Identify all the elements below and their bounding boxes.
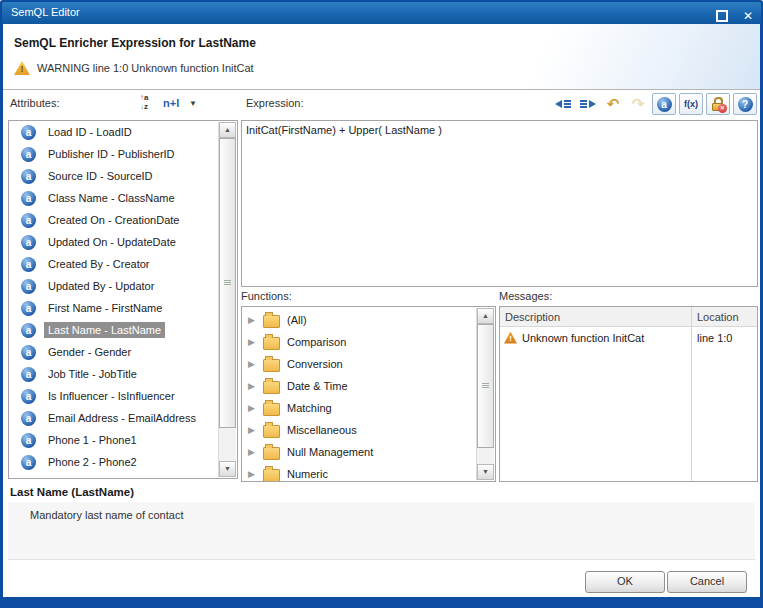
scroll-down-icon[interactable]: ▼ xyxy=(219,461,236,477)
expand-caret-icon[interactable]: ▶ xyxy=(248,337,256,347)
attribute-item[interactable]: aClass Name - ClassName xyxy=(9,187,237,209)
folder-icon xyxy=(263,425,280,438)
attribute-icon: a xyxy=(21,455,36,470)
function-category-label: (All) xyxy=(287,314,307,326)
cancel-button[interactable]: Cancel xyxy=(667,571,747,593)
attribute-item[interactable]: aUpdated By - Updator xyxy=(9,275,237,297)
insert-attribute-button[interactable]: a xyxy=(652,93,676,115)
attribute-item[interactable]: aPhone 1 - Phone1 xyxy=(9,429,237,451)
attributes-menu-dropdown-icon[interactable]: ▼ xyxy=(189,99,197,108)
attribute-item[interactable]: aFirst Name - FirstName xyxy=(9,297,237,319)
error-badge-icon: ✕ xyxy=(718,104,727,113)
scroll-down-icon[interactable]: ▼ xyxy=(477,464,494,480)
attribute-icon: a xyxy=(21,235,36,250)
messages-table: Description Location !Unknown function I… xyxy=(499,306,758,482)
column-header-location[interactable]: Location xyxy=(692,311,757,323)
attributes-scrollbar[interactable]: ▲ ▼ xyxy=(218,122,236,477)
expand-caret-icon[interactable]: ▶ xyxy=(248,447,256,457)
name-label-toggle[interactable]: n+l xyxy=(163,97,179,109)
expression-editor[interactable]: InitCat(FirstName) + Upper( LastName ) xyxy=(241,120,758,287)
dialog-body: SemQL Enricher Expression for LastName !… xyxy=(3,24,760,597)
attribute-icon: a xyxy=(21,411,36,426)
attribute-detail-title: Last Name (LastName) xyxy=(10,486,134,498)
folder-icon xyxy=(263,337,280,350)
indent-button[interactable] xyxy=(577,94,599,114)
warning-icon: ! xyxy=(14,61,30,75)
scroll-up-icon[interactable]: ▲ xyxy=(219,122,236,138)
expand-caret-icon[interactable]: ▶ xyxy=(248,425,256,435)
attribute-item[interactable]: aGender - Gender xyxy=(9,341,237,363)
attribute-description-text: Mandatory last name of contact xyxy=(8,502,755,521)
scrollbar-thumb[interactable] xyxy=(477,324,494,448)
attribute-item[interactable]: aPhone 2 - Phone2 xyxy=(9,451,237,473)
attribute-icon: a xyxy=(21,323,36,338)
sort-alphabetical-icon[interactable]: ↑a ↓z xyxy=(140,93,156,111)
folder-icon xyxy=(263,403,280,416)
attribute-icon: a xyxy=(21,257,36,272)
redo-button[interactable]: ↷ xyxy=(627,94,649,114)
function-category-item[interactable]: ▶Null Management xyxy=(242,441,495,463)
ok-button[interactable]: OK xyxy=(585,571,665,593)
function-category-item[interactable]: ▶Numeric xyxy=(242,463,495,482)
function-category-label: Conversion xyxy=(287,358,343,370)
attribute-item[interactable]: aCreated By - Creator xyxy=(9,253,237,275)
function-category-item[interactable]: ▶Date & Time xyxy=(242,375,495,397)
attribute-item[interactable]: aJob Title - JobTitle xyxy=(9,363,237,385)
expand-caret-icon[interactable]: ▶ xyxy=(248,359,256,369)
expand-caret-icon[interactable]: ▶ xyxy=(248,469,256,479)
attribute-item-label: Updated On - UpdateDate xyxy=(44,234,180,250)
attribute-item-label: Last Name - LastName xyxy=(44,322,165,338)
indent-icon xyxy=(579,98,597,110)
validate-expression-button[interactable]: ✕ xyxy=(706,93,730,115)
function-category-item[interactable]: ▶(All) xyxy=(242,309,495,331)
function-category-item[interactable]: ▶Miscellaneous xyxy=(242,419,495,441)
outdent-button[interactable] xyxy=(552,94,574,114)
maximize-button[interactable] xyxy=(711,6,733,26)
attributes-label: Attributes: xyxy=(10,97,60,109)
expand-caret-icon[interactable]: ▶ xyxy=(248,315,256,325)
attribute-item[interactable]: aCreated On - CreationDate xyxy=(9,209,237,231)
column-header-description[interactable]: Description xyxy=(500,311,692,323)
attribute-item[interactable]: aUpdated On - UpdateDate xyxy=(9,231,237,253)
message-description: Unknown function InitCat xyxy=(522,332,644,344)
warning-text: WARNING line 1:0 Unknown function InitCa… xyxy=(37,62,254,74)
attribute-item[interactable]: aLoad ID - LoadID xyxy=(9,121,237,143)
attribute-item[interactable]: aEmail Address - EmailAddress xyxy=(9,407,237,429)
function-category-label: Matching xyxy=(287,402,332,414)
close-button[interactable]: ✕ xyxy=(743,10,753,22)
message-row[interactable]: !Unknown function InitCatline 1:0 xyxy=(500,327,757,348)
function-category-label: Miscellaneous xyxy=(287,424,357,436)
function-category-label: Comparison xyxy=(287,336,346,348)
attribute-icon: a xyxy=(21,147,36,162)
attribute-item-label: Updated By - Updator xyxy=(44,278,158,294)
attribute-icon: a xyxy=(21,301,36,316)
message-location: line 1:0 xyxy=(692,332,757,344)
messages-header: Description Location xyxy=(500,307,757,327)
scroll-up-icon[interactable]: ▲ xyxy=(477,308,494,324)
expression-toolbar: ↶ ↷ a f(x) ✕ ? xyxy=(552,92,757,116)
insert-function-button[interactable]: f(x) xyxy=(679,93,703,115)
attribute-item-label: Job Title - JobTitle xyxy=(44,366,141,382)
titlebar[interactable]: SemQL Editor ✕ xyxy=(2,2,761,24)
expand-caret-icon[interactable]: ▶ xyxy=(248,381,256,391)
function-category-item[interactable]: ▶Conversion xyxy=(242,353,495,375)
function-category-item[interactable]: ▶Comparison xyxy=(242,331,495,353)
function-category-item[interactable]: ▶Matching xyxy=(242,397,495,419)
expression-text[interactable]: InitCat(FirstName) + Upper( LastName ) xyxy=(242,121,757,139)
expression-label: Expression: xyxy=(246,97,303,109)
expand-caret-icon[interactable]: ▶ xyxy=(248,403,256,413)
attribute-item[interactable]: aIs Influencer - IsInfluencer xyxy=(9,385,237,407)
functions-scrollbar[interactable]: ▲ ▼ xyxy=(476,308,494,480)
attribute-item-label: Email Address - EmailAddress xyxy=(44,410,200,426)
help-icon: ? xyxy=(738,97,753,112)
attribute-item[interactable]: aLast Name - LastName xyxy=(9,319,237,341)
attribute-item-label: Is Influencer - IsInfluencer xyxy=(44,388,179,404)
function-category-label: Numeric xyxy=(287,468,328,480)
attribute-item[interactable]: aPublisher ID - PublisherID xyxy=(9,143,237,165)
attribute-item[interactable]: aSource ID - SourceID xyxy=(9,165,237,187)
attributes-list: aLoad ID - LoadIDaPublisher ID - Publish… xyxy=(8,120,238,479)
scrollbar-thumb[interactable] xyxy=(219,138,236,428)
help-button[interactable]: ? xyxy=(733,93,757,115)
undo-button[interactable]: ↶ xyxy=(602,94,624,114)
attribute-icon: a xyxy=(21,191,36,206)
